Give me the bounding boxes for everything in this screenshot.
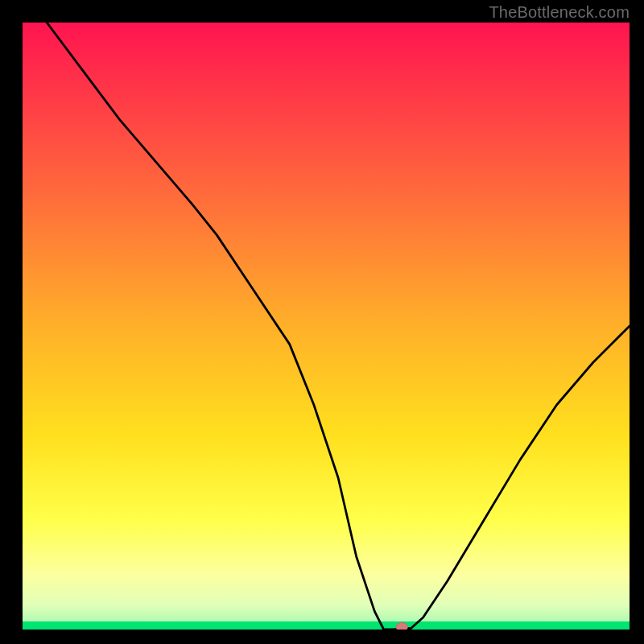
watermark-text: TheBottleneck.com [489, 3, 630, 22]
gradient-background [23, 23, 630, 630]
chart-svg [23, 23, 630, 630]
outer-frame: TheBottleneck.com [0, 0, 644, 644]
chart-plot-area [23, 23, 630, 630]
green-baseline-band [23, 621, 630, 630]
optimal-point-marker [396, 623, 407, 630]
